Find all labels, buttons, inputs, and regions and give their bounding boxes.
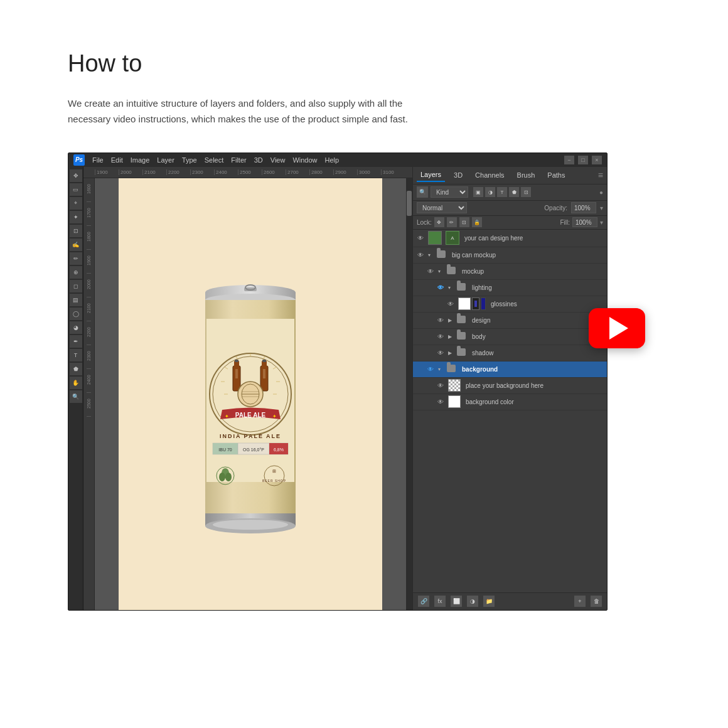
- layer-visibility-icon[interactable]: 👁: [426, 364, 436, 374]
- opacity-arrow[interactable]: ▾: [600, 205, 603, 211]
- lock-paint-icon[interactable]: ✏: [447, 217, 457, 227]
- menu-image[interactable]: Image: [131, 156, 150, 164]
- layer-item[interactable]: 👁 A your can design here: [413, 230, 607, 247]
- layers-list[interactable]: 👁 A your can design here 👁 ▾: [413, 230, 607, 592]
- menu-type[interactable]: Type: [182, 156, 197, 164]
- layer-item[interactable]: 👁 ▶ body: [413, 329, 607, 345]
- layer-item-background[interactable]: 👁 ▾ background: [413, 361, 607, 378]
- new-group-icon[interactable]: 📁: [483, 596, 495, 607]
- layer-visibility-icon[interactable]: 👁: [426, 266, 436, 276]
- tool-gradient[interactable]: ▤: [70, 294, 82, 306]
- blend-mode-select[interactable]: Normal: [417, 202, 467, 213]
- tab-layers[interactable]: Layers: [417, 168, 445, 182]
- add-mask-icon[interactable]: ⬜: [451, 596, 462, 607]
- tool-brush[interactable]: ✏: [70, 252, 82, 265]
- tool-eyedropper[interactable]: ✍: [70, 238, 82, 251]
- filter-pixel-icon[interactable]: ▣: [473, 187, 483, 197]
- minimize-button[interactable]: −: [564, 156, 574, 164]
- layer-visibility-icon[interactable]: 👁: [436, 315, 446, 325]
- canvas-scrollbar-vertical[interactable]: [406, 178, 412, 610]
- folder-icon: [457, 316, 467, 324]
- menu-help[interactable]: Help: [325, 156, 340, 164]
- tool-hand[interactable]: ✋: [70, 377, 82, 389]
- collapse-arrow-icon[interactable]: ▶: [448, 350, 454, 356]
- svg-rect-24: [262, 360, 266, 362]
- close-button[interactable]: ×: [592, 156, 602, 164]
- collapse-arrow-icon[interactable]: ▶: [448, 318, 454, 323]
- tool-eraser[interactable]: ◻: [70, 280, 82, 292]
- delete-layer-icon[interactable]: 🗑: [591, 596, 602, 607]
- collapse-arrow-icon[interactable]: ▾: [438, 367, 444, 372]
- tool-shape[interactable]: ⬟: [70, 363, 82, 375]
- lock-all-icon[interactable]: 🔒: [472, 217, 482, 227]
- collapse-arrow-icon[interactable]: ▾: [448, 285, 454, 291]
- new-layer-icon[interactable]: +: [574, 596, 586, 607]
- filter-kind-select[interactable]: Kind: [431, 186, 468, 198]
- menu-file[interactable]: File: [92, 156, 104, 164]
- tool-blur[interactable]: ◯: [70, 308, 82, 320]
- collapse-arrow-icon[interactable]: ▶: [448, 334, 454, 340]
- layer-item[interactable]: 👁 ▶ design: [413, 313, 607, 329]
- tool-select[interactable]: ▭: [70, 183, 82, 196]
- fill-arrow[interactable]: ▾: [600, 219, 603, 226]
- layer-item[interactable]: 👁 glossines: [413, 296, 607, 313]
- tool-zoom[interactable]: 🔍: [70, 390, 82, 403]
- filter-type-icon[interactable]: T: [497, 187, 507, 197]
- layer-item[interactable]: 👁 ▶ shadow: [413, 345, 607, 361]
- tool-pen[interactable]: ✒: [70, 335, 82, 348]
- layer-item[interactable]: 👁 ▾ big can mockup: [413, 247, 607, 264]
- lock-label: Lock:: [417, 219, 432, 226]
- youtube-play-button[interactable]: [589, 308, 645, 348]
- filter-shape-icon[interactable]: ⬟: [509, 187, 519, 197]
- layer-visibility-icon[interactable]: 👁: [436, 348, 446, 358]
- layer-item[interactable]: 👁 place your background here: [413, 378, 607, 394]
- filter-adjust-icon[interactable]: ◑: [485, 187, 495, 197]
- menu-3d[interactable]: 3D: [254, 156, 263, 164]
- lock-position-icon[interactable]: ✥: [434, 217, 444, 227]
- link-layers-icon[interactable]: 🔗: [418, 596, 429, 607]
- layer-item[interactable]: 👁 ▾ lighting: [413, 280, 607, 296]
- fill-input[interactable]: [572, 217, 597, 227]
- collapse-arrow-icon[interactable]: ▾: [438, 269, 444, 274]
- layer-visibility-icon[interactable]: 👁: [436, 380, 446, 390]
- layer-visibility-icon[interactable]: 👁: [436, 331, 446, 341]
- tab-channels[interactable]: Channels: [471, 169, 508, 181]
- tool-move[interactable]: ✥: [70, 169, 82, 182]
- lock-artboard-icon[interactable]: ⊡: [459, 217, 469, 227]
- panel-menu-icon[interactable]: ≡: [598, 170, 603, 180]
- menu-filter[interactable]: Filter: [231, 156, 246, 164]
- add-adjustment-icon[interactable]: ◑: [467, 596, 478, 607]
- layer-visibility-icon[interactable]: 👁: [436, 397, 446, 407]
- layer-visibility-icon[interactable]: 👁: [415, 233, 426, 243]
- tool-text[interactable]: T: [70, 349, 82, 361]
- menu-window[interactable]: Window: [292, 156, 317, 164]
- tool-dodge[interactable]: ◕: [70, 321, 82, 334]
- menu-view[interactable]: View: [270, 156, 286, 164]
- layer-visibility-icon[interactable]: 👁: [446, 299, 456, 309]
- tool-lasso[interactable]: ⌖: [70, 197, 82, 210]
- tool-clone[interactable]: ⊕: [70, 266, 82, 279]
- filter-search-icon[interactable]: 🔍: [417, 186, 428, 198]
- scrollbar-thumb-vertical[interactable]: [407, 191, 412, 216]
- layer-visibility-icon[interactable]: 👁: [415, 250, 426, 260]
- tool-crop[interactable]: ⊡: [70, 225, 82, 237]
- tab-paths[interactable]: Paths: [543, 169, 569, 181]
- menu-edit[interactable]: Edit: [111, 156, 123, 164]
- layer-item[interactable]: 👁 ▾ mockup: [413, 264, 607, 280]
- collapse-arrow-icon[interactable]: ▾: [428, 252, 434, 258]
- layer-item[interactable]: 👁 background color: [413, 394, 607, 410]
- maximize-button[interactable]: □: [578, 156, 588, 164]
- layer-visibility-icon[interactable]: 👁: [436, 282, 446, 292]
- add-fx-icon[interactable]: fx: [434, 596, 446, 607]
- layers-panel-tabs: Layers 3D Channels Brush Paths ≡: [413, 167, 607, 185]
- filter-toggle[interactable]: ●: [599, 189, 603, 196]
- menu-layer[interactable]: Layer: [157, 156, 174, 164]
- tab-brush[interactable]: Brush: [513, 169, 539, 181]
- tool-magic[interactable]: ✦: [70, 211, 82, 223]
- filter-smart-icon[interactable]: ⊡: [521, 187, 531, 197]
- tab-3d[interactable]: 3D: [450, 169, 466, 181]
- svg-point-52: [213, 520, 288, 530]
- menu-select[interactable]: Select: [205, 156, 224, 164]
- layer-thumbnail: [448, 379, 461, 392]
- opacity-input[interactable]: [571, 202, 596, 213]
